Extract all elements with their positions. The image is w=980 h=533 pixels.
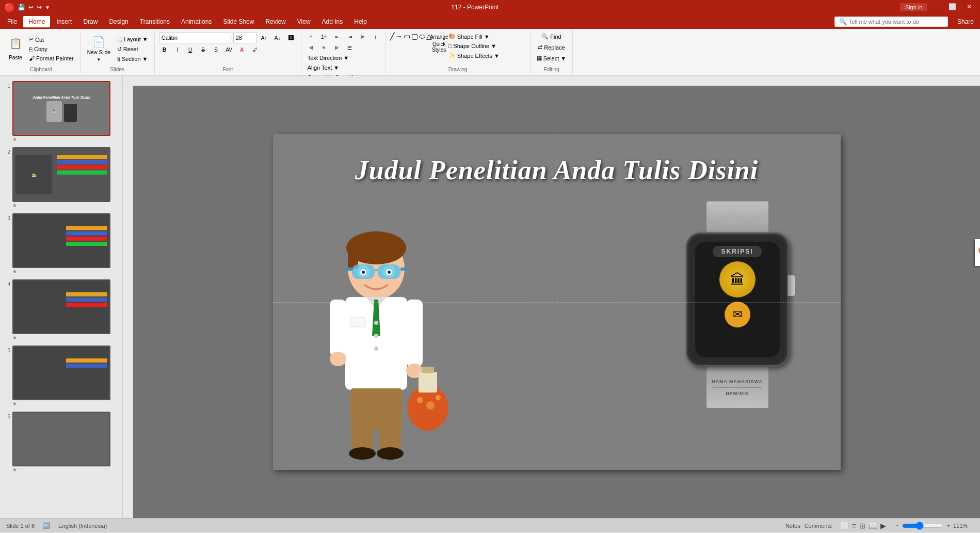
- slide-preview-2[interactable]: 👨‍🔬: [12, 147, 110, 202]
- language-indicator: 🔤: [43, 522, 50, 529]
- slide-preview-5[interactable]: [12, 346, 110, 400]
- increase-indent-button[interactable]: ⇥: [344, 32, 356, 41]
- layout-button[interactable]: ⬚ Layout ▼: [115, 35, 150, 44]
- paste-button[interactable]: 📋 Paste: [6, 34, 25, 64]
- arrange-button[interactable]: Arrange: [433, 32, 445, 41]
- menu-file[interactable]: File: [2, 16, 22, 27]
- svg-rect-14: [400, 268, 408, 271]
- normal-view-button[interactable]: ⬜: [840, 522, 849, 530]
- cut-button[interactable]: ✂ Cut: [27, 35, 76, 44]
- align-text-button[interactable]: Align Text ▼: [306, 64, 341, 72]
- section-button[interactable]: § Section ▼: [115, 55, 150, 63]
- shadow-button[interactable]: S: [211, 45, 222, 54]
- menu-view[interactable]: View: [292, 16, 316, 27]
- menu-transitions[interactable]: Transitions: [135, 16, 175, 27]
- slide-preview-6[interactable]: [12, 412, 110, 466]
- slide-canvas[interactable]: Judul Penelitian Anda Tulis Disini: [273, 134, 841, 470]
- numbered-list-button[interactable]: 1≡: [318, 32, 330, 41]
- underline-button[interactable]: U: [185, 45, 196, 54]
- quick-styles-button[interactable]: Quick Styles: [433, 42, 445, 52]
- menu-insert[interactable]: Insert: [51, 16, 77, 27]
- char-spacing-button[interactable]: AV: [223, 45, 235, 54]
- zoom-slider[interactable]: [902, 522, 943, 530]
- align-left-button[interactable]: ⫷: [306, 43, 317, 52]
- slide-preview-1[interactable]: Judul Penelitian Anda Tulis Disini 👨‍🔬: [12, 81, 110, 136]
- shape-arrow-btn[interactable]: →: [395, 32, 403, 60]
- outline-view-button[interactable]: ≡: [852, 522, 856, 530]
- copy-button[interactable]: ⎘ Copy: [27, 45, 76, 53]
- slide-thumb-6[interactable]: 6 ★: [2, 411, 120, 474]
- slide-preview-3[interactable]: [12, 213, 110, 268]
- text-direction-button[interactable]: Text Direction ▼: [306, 54, 351, 62]
- menu-animations[interactable]: Animations: [176, 16, 217, 27]
- find-button[interactable]: 🔍 Find: [539, 32, 563, 41]
- align-center-button[interactable]: ≡: [318, 43, 330, 52]
- replace-button[interactable]: ⇄ Replace: [536, 43, 567, 52]
- shape-line-btn[interactable]: ╱: [390, 32, 394, 60]
- search-input[interactable]: [849, 19, 942, 25]
- share-button[interactable]: Share: [953, 17, 978, 26]
- slide-sorter-button[interactable]: ⊞: [859, 522, 865, 530]
- shape-rounded-rect-btn[interactable]: ▢: [411, 32, 418, 60]
- shape-effects-button[interactable]: ✨ Shape Effects ▼: [446, 51, 502, 60]
- reading-view-button[interactable]: 📖: [869, 522, 877, 530]
- italic-button[interactable]: I: [172, 45, 183, 54]
- font-name-input[interactable]: [159, 32, 231, 43]
- minimize-button[interactable]: ─: [929, 3, 942, 11]
- quick-access-save[interactable]: 💾: [18, 4, 25, 11]
- menu-draw[interactable]: Draw: [78, 16, 103, 27]
- menu-slideshow[interactable]: Slide Show: [218, 16, 259, 27]
- font-shrink-button[interactable]: A↓: [272, 33, 283, 42]
- menu-home[interactable]: Home: [23, 16, 50, 27]
- shape-fill-button[interactable]: 🎨 Shape Fill ▼: [446, 32, 502, 41]
- columns-button[interactable]: ⫸: [357, 32, 368, 41]
- reset-button[interactable]: ↺ Reset: [115, 45, 150, 54]
- restore-button[interactable]: ⬜: [944, 3, 960, 11]
- bullet-list-button[interactable]: ≡: [306, 32, 317, 41]
- slide-preview-4[interactable]: [12, 279, 110, 334]
- svg-rect-28: [419, 372, 437, 393]
- clear-format-button[interactable]: 🅰: [285, 33, 297, 42]
- zoom-out-button[interactable]: －: [894, 522, 900, 529]
- justify-button[interactable]: ☰: [344, 43, 356, 52]
- font-grow-button[interactable]: A↑: [259, 33, 270, 42]
- font-size-input[interactable]: [233, 32, 256, 43]
- zoom-in-button[interactable]: ＋: [945, 522, 951, 529]
- decrease-indent-button[interactable]: ⇤: [331, 32, 343, 41]
- slide-thumb-3[interactable]: 3 ★: [2, 212, 120, 275]
- menu-design[interactable]: Design: [104, 16, 133, 27]
- menu-help[interactable]: Help: [349, 16, 372, 27]
- quick-access-undo[interactable]: ↩: [28, 4, 34, 11]
- slide-panel: 1 Judul Penelitian Anda Tulis Disini 👨‍🔬…: [0, 76, 123, 518]
- font-color-button[interactable]: A: [236, 45, 248, 54]
- align-right-button[interactable]: ⫸: [331, 43, 343, 52]
- slide-thumb-2[interactable]: 2 👨‍🔬 ★: [2, 146, 120, 209]
- menu-addins[interactable]: Add-ins: [317, 16, 348, 27]
- scientist-figure: [304, 227, 448, 460]
- menu-review[interactable]: Review: [260, 16, 291, 27]
- new-slide-button[interactable]: 📄 New Slide ▼: [85, 34, 113, 64]
- bold-button[interactable]: B: [159, 45, 170, 54]
- format-painter-button[interactable]: 🖌 Format Painter: [27, 54, 76, 62]
- close-button[interactable]: ✕: [962, 3, 976, 11]
- slide-thumb-1[interactable]: 1 Judul Penelitian Anda Tulis Disini 👨‍🔬…: [2, 80, 120, 143]
- shape-outline-button[interactable]: □ Shape Outline ▼: [446, 42, 502, 50]
- sign-in-button[interactable]: Sign in: [900, 3, 928, 11]
- notes-button[interactable]: Notes: [785, 523, 800, 529]
- quick-access-customize[interactable]: ▼: [45, 5, 50, 10]
- shape-rect-btn[interactable]: ▭: [404, 32, 410, 60]
- comments-button[interactable]: Comments: [805, 523, 832, 529]
- zoom-level[interactable]: 111%: [953, 523, 974, 529]
- slide-thumb-5[interactable]: 5 ★: [2, 344, 120, 407]
- ribbon-group-editing: 🔍 Find ⇄ Replace ▦ Select ▼ Editing: [531, 30, 573, 74]
- ribbon-group-drawing: ╱ → ▭ ▢ ⬭ △ Arrange Quick Styles 🎨 Shape…: [386, 30, 531, 74]
- select-button[interactable]: ▦ Select ▼: [535, 54, 568, 62]
- shape-oval-btn[interactable]: ⬭: [419, 32, 425, 60]
- svg-point-12: [388, 271, 391, 274]
- strikethrough-button[interactable]: S: [198, 45, 209, 54]
- line-spacing-button[interactable]: ↕: [370, 32, 381, 41]
- text-highlight-button[interactable]: 🖊: [249, 45, 261, 54]
- slideshow-button[interactable]: ▶: [880, 522, 886, 530]
- slide-thumb-4[interactable]: 4 ★: [2, 278, 120, 341]
- quick-access-redo[interactable]: ↪: [37, 4, 42, 11]
